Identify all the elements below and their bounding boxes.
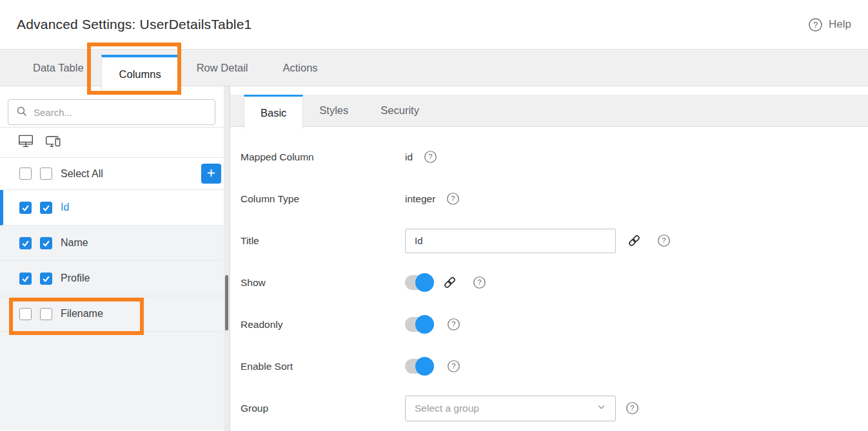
toggle-knob (415, 357, 434, 376)
title-input[interactable] (405, 229, 616, 253)
tab-data-table[interactable]: Data Table (15, 50, 101, 86)
tab-label: Basic (261, 107, 286, 119)
svg-text:?: ? (451, 195, 455, 202)
filename-web-checkbox[interactable] (19, 308, 32, 320)
bind-data-icon[interactable] (442, 275, 457, 290)
svg-text:?: ? (662, 236, 666, 244)
tab-actions[interactable]: Actions (265, 50, 335, 86)
column-row-filename[interactable]: Filename (0, 296, 230, 332)
advanced-settings-window: Advanced Settings: UserDetailsTable1 ? H… (0, 0, 868, 431)
select-all-mobile-checkbox[interactable] (40, 168, 52, 180)
svg-text:?: ? (813, 19, 818, 29)
panel-gap (230, 86, 868, 95)
tab-label: Security (380, 104, 419, 117)
field-group: Group Select a group ? (241, 387, 858, 429)
column-label: Name (61, 237, 88, 249)
window-header: Advanced Settings: UserDetailsTable1 ? H… (0, 0, 868, 50)
help-icon[interactable]: ? (657, 234, 671, 247)
help-icon[interactable]: ? (473, 276, 486, 289)
field-label: Group (241, 403, 405, 414)
field-label: Mapped Column (241, 151, 405, 163)
help-icon: ? (808, 17, 823, 32)
detail-tab-bar: Basic Styles Security (230, 95, 868, 127)
help-icon[interactable]: ? (424, 150, 437, 164)
column-row-profile[interactable]: Profile (0, 261, 230, 296)
svg-text:?: ? (630, 404, 634, 412)
chevron-down-icon (597, 402, 606, 414)
platform-icons-row (0, 128, 230, 158)
readonly-toggle[interactable] (405, 317, 433, 332)
svg-text:?: ? (451, 320, 455, 328)
tab-label: Actions (282, 62, 317, 74)
help-icon[interactable]: ? (626, 401, 639, 415)
column-row-name[interactable]: Name (0, 225, 230, 261)
tab-label: Styles (319, 104, 348, 117)
id-web-checkbox[interactable] (19, 202, 32, 214)
page-title: Advanced Settings: UserDetailsTable1 (17, 17, 252, 32)
field-enable-sort: Enable Sort ? (241, 345, 858, 387)
column-detail-panel: Basic Styles Security Mapped Column id ?… (230, 86, 868, 431)
column-type-value: integer (405, 193, 435, 205)
column-list: Id Name Profile Filename (0, 190, 230, 430)
help-button[interactable]: ? Help (808, 17, 851, 32)
select-all-web-checkbox[interactable] (19, 168, 32, 180)
tab-basic[interactable]: Basic (244, 95, 303, 129)
search-input[interactable] (34, 107, 207, 118)
field-label: Title (241, 235, 405, 247)
field-mapped-column: Mapped Column id ? (241, 136, 858, 178)
sidebar-scrollbar-thumb[interactable] (225, 275, 228, 330)
help-icon[interactable]: ? (447, 359, 460, 373)
svg-text:?: ? (477, 278, 481, 286)
group-select-placeholder: Select a group (415, 403, 479, 414)
name-web-checkbox[interactable] (19, 237, 32, 249)
toggle-knob (415, 273, 434, 292)
column-row-id[interactable]: Id (0, 190, 230, 225)
sidebar-scrollbar-track[interactable] (224, 86, 230, 431)
help-icon[interactable]: ? (447, 318, 460, 331)
field-readonly: Readonly ? (241, 303, 858, 345)
basic-fields: Mapped Column id ? Column Type integer ?… (230, 127, 868, 429)
main-tab-bar: Data Table Columns Row Detail Actions (0, 50, 868, 86)
field-label: Readonly (241, 319, 405, 330)
sidebar-empty-area (0, 332, 230, 430)
id-mobile-checkbox[interactable] (40, 202, 52, 214)
tab-label: Data Table (33, 62, 84, 74)
help-label: Help (829, 18, 851, 31)
tab-columns[interactable]: Columns (101, 55, 179, 91)
group-select[interactable]: Select a group (405, 396, 616, 421)
columns-sidebar: Select All Id Name (0, 86, 230, 431)
bind-data-icon[interactable] (627, 233, 642, 248)
help-icon[interactable]: ? (446, 192, 460, 206)
search-area (0, 86, 230, 128)
show-toggle[interactable] (405, 275, 433, 290)
devices-icon[interactable] (44, 133, 63, 152)
tab-label: Columns (119, 68, 161, 81)
tab-styles[interactable]: Styles (303, 95, 364, 126)
column-label: Profile (61, 273, 90, 284)
field-title: Title ? (241, 220, 858, 262)
field-label: Show (241, 277, 405, 289)
plus-icon (206, 168, 217, 180)
column-label: Filename (61, 308, 103, 320)
field-column-type: Column Type integer ? (241, 178, 858, 220)
svg-text:?: ? (451, 362, 455, 370)
column-label: Id (61, 202, 69, 213)
field-label: Column Type (241, 193, 405, 205)
field-label: Enable Sort (241, 361, 405, 372)
filename-mobile-checkbox[interactable] (40, 308, 52, 320)
search-box[interactable] (8, 99, 215, 125)
select-all-row: Select All (0, 158, 230, 190)
enable-sort-toggle[interactable] (405, 359, 433, 374)
tab-row-detail[interactable]: Row Detail (179, 50, 266, 86)
mapped-column-value: id (405, 151, 413, 163)
select-all-label: Select All (61, 168, 103, 180)
toggle-knob (415, 315, 434, 334)
tab-security[interactable]: Security (364, 95, 435, 126)
svg-text:?: ? (428, 153, 432, 160)
profile-web-checkbox[interactable] (19, 273, 32, 285)
desktop-icon[interactable] (17, 133, 34, 152)
profile-mobile-checkbox[interactable] (40, 273, 52, 285)
name-mobile-checkbox[interactable] (40, 237, 52, 249)
add-column-button[interactable] (201, 164, 221, 184)
search-icon (16, 106, 27, 119)
